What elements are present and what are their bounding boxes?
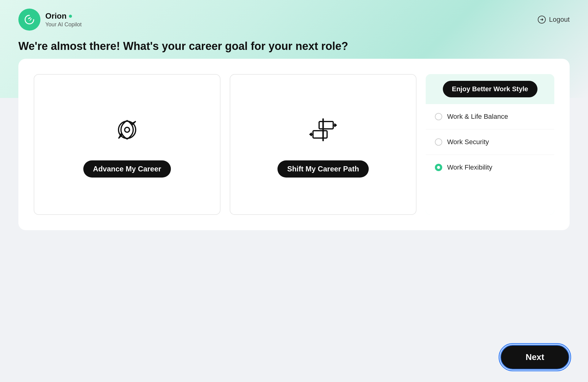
signpost-icon <box>305 111 341 148</box>
work-style-options: Work & Life Balance Work Security Work F… <box>426 104 554 215</box>
work-flexibility-option[interactable]: Work Flexibility <box>426 155 554 180</box>
work-security-label: Work Security <box>447 138 489 146</box>
work-security-option[interactable]: Work Security <box>426 129 554 155</box>
work-flexibility-label: Work Flexibility <box>447 163 492 171</box>
rocket-icon <box>109 111 145 148</box>
shift-career-card[interactable]: Shift My Career Path <box>230 74 417 215</box>
card-container: Advance My Career Shift My Career Pa <box>18 59 570 230</box>
svg-point-0 <box>28 19 30 21</box>
main-content: Advance My Career Shift My Career Pa <box>0 59 588 337</box>
svg-rect-5 <box>319 122 333 129</box>
brand-subtitle: Your AI Copilot <box>45 21 81 28</box>
footer: Next <box>0 337 588 382</box>
brand-name: Orion <box>45 11 66 21</box>
online-indicator <box>69 15 72 18</box>
svg-rect-6 <box>313 131 327 138</box>
work-style-title: Enjoy Better Work Style <box>443 81 537 97</box>
logout-label: Logout <box>549 16 570 24</box>
brand-section: Orion Your AI Copilot <box>18 9 81 31</box>
logo-icon <box>18 9 40 31</box>
work-life-balance-radio[interactable] <box>435 113 442 120</box>
work-flexibility-radio[interactable] <box>435 164 442 171</box>
work-life-balance-option[interactable]: Work & Life Balance <box>426 104 554 129</box>
advance-career-label: Advance My Career <box>83 160 171 178</box>
work-style-header: Enjoy Better Work Style <box>426 74 554 104</box>
page-title: We're almost there! What's your career g… <box>0 31 588 59</box>
radio-inner-dot <box>437 166 440 169</box>
work-life-balance-label: Work & Life Balance <box>447 113 508 121</box>
advance-career-card[interactable]: Advance My Career <box>34 74 221 215</box>
brand-info: Orion Your AI Copilot <box>45 11 81 28</box>
logout-button[interactable]: Logout <box>537 15 570 24</box>
svg-point-3 <box>125 127 130 132</box>
header: Orion Your AI Copilot Logout <box>0 0 588 31</box>
logout-icon <box>537 15 546 24</box>
work-security-radio[interactable] <box>435 138 442 146</box>
work-style-panel: Enjoy Better Work Style Work & Life Bala… <box>426 74 554 215</box>
next-button[interactable]: Next <box>500 345 570 370</box>
shift-career-label: Shift My Career Path <box>277 160 369 178</box>
